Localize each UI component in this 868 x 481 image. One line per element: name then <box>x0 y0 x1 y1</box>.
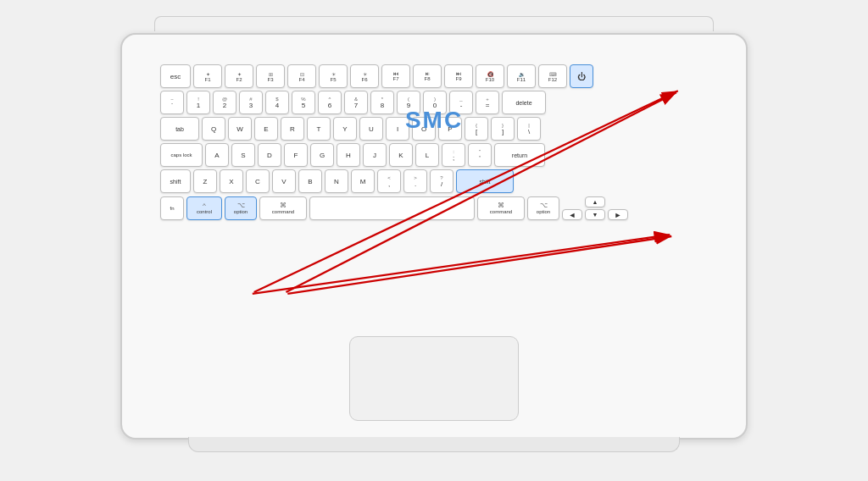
key-f12[interactable]: ⌨F12 <box>538 64 567 88</box>
key-period[interactable]: >. <box>403 169 427 193</box>
key-1[interactable]: !1 <box>186 91 210 114</box>
key-space[interactable] <box>309 196 475 220</box>
key-s[interactable]: S <box>231 143 255 167</box>
key-power[interactable]: ⏻ <box>570 64 593 88</box>
keyboard: esc ✦F1 ✦F2 ⊞F3 ⊟F4 ☀F5 ☀F6 <box>160 64 708 223</box>
key-rbracket[interactable]: }] <box>491 117 515 141</box>
key-4[interactable]: $4 <box>265 91 289 114</box>
key-arrow-left[interactable]: ◄ <box>562 209 582 220</box>
key-fn[interactable]: fn <box>160 196 184 220</box>
key-k[interactable]: K <box>389 143 413 167</box>
key-d[interactable]: D <box>258 143 281 167</box>
smc-label: SMC <box>405 107 463 134</box>
key-x[interactable]: X <box>220 169 243 193</box>
key-a[interactable]: A <box>205 143 229 167</box>
key-f2[interactable]: ✦F2 <box>225 64 253 88</box>
key-option[interactable]: ⌥ option <box>225 196 257 220</box>
key-6[interactable]: ^6 <box>318 91 342 114</box>
key-v[interactable]: V <box>272 169 296 193</box>
key-f7[interactable]: ⏮F7 <box>381 64 410 88</box>
key-shift-right[interactable]: shift <box>456 169 514 193</box>
key-f4[interactable]: ⊟F4 <box>287 64 316 88</box>
key-return[interactable]: return <box>494 143 545 167</box>
key-q[interactable]: Q <box>202 117 225 141</box>
key-f8[interactable]: ⏯F8 <box>413 64 442 88</box>
key-b[interactable]: B <box>298 169 322 193</box>
laptop-base <box>188 437 680 452</box>
key-z[interactable]: Z <box>193 169 217 193</box>
key-g[interactable]: G <box>310 143 334 167</box>
key-2[interactable]: @2 <box>213 91 236 114</box>
key-f6[interactable]: ☀F6 <box>350 64 379 88</box>
key-shift-left[interactable]: shift <box>160 169 191 193</box>
key-l[interactable]: L <box>415 143 439 167</box>
zxcv-row: shift Z X C V B N M <, >. ?/ shi <box>160 169 708 193</box>
laptop-lid <box>154 16 714 31</box>
asdf-row: caps lock A S D F G H J K L :; "' return <box>160 143 708 167</box>
key-backslash[interactable]: |\ <box>517 117 541 141</box>
key-control[interactable]: ^ control <box>186 196 222 220</box>
key-h[interactable]: H <box>337 143 360 167</box>
key-m[interactable]: M <box>351 169 375 193</box>
key-tilde[interactable]: ~` <box>160 91 184 114</box>
trackpad <box>349 336 519 421</box>
key-w[interactable]: W <box>228 117 252 141</box>
fn-row: esc ✦F1 ✦F2 ⊞F3 ⊟F4 ☀F5 ☀F6 <box>160 64 708 88</box>
key-arrow-up[interactable]: ▲ <box>585 196 605 207</box>
key-equals[interactable]: += <box>476 91 499 114</box>
key-lbracket[interactable]: {[ <box>465 117 488 141</box>
key-r[interactable]: R <box>281 117 304 141</box>
key-quote[interactable]: "' <box>468 143 492 167</box>
key-f[interactable]: F <box>284 143 308 167</box>
key-semicolon[interactable]: :; <box>442 143 465 167</box>
laptop: SMC esc ✦F1 ✦F2 ⊞F3 ⊟F4 <box>103 16 765 465</box>
key-c[interactable]: C <box>246 169 270 193</box>
key-5[interactable]: %5 <box>292 91 315 114</box>
key-f10[interactable]: 🔇F10 <box>476 64 504 88</box>
svg-line-3 <box>253 235 670 294</box>
key-comma[interactable]: <, <box>377 169 401 193</box>
key-delete[interactable]: delete <box>502 91 546 114</box>
key-f11[interactable]: 🔉F11 <box>507 64 536 88</box>
key-option-right[interactable]: ⌥ option <box>527 196 559 220</box>
svg-line-4 <box>287 236 671 294</box>
key-arrow-down[interactable]: ▼ <box>585 209 605 220</box>
key-8[interactable]: *8 <box>370 91 394 114</box>
key-command-right[interactable]: ⌘ command <box>477 196 525 220</box>
laptop-body: SMC esc ✦F1 ✦F2 ⊞F3 ⊟F4 <box>120 33 748 440</box>
key-j[interactable]: J <box>363 143 387 167</box>
key-n[interactable]: N <box>325 169 348 193</box>
key-y[interactable]: Y <box>333 117 357 141</box>
key-f5[interactable]: ☀F5 <box>319 64 348 88</box>
key-command-left[interactable]: ⌘ command <box>259 196 307 220</box>
key-f1[interactable]: ✦F1 <box>193 64 222 88</box>
key-t[interactable]: T <box>307 117 331 141</box>
key-f9[interactable]: ⏭F9 <box>444 64 473 88</box>
key-esc[interactable]: esc <box>160 64 191 88</box>
key-capslock[interactable]: caps lock <box>160 143 203 167</box>
key-f3[interactable]: ⊞F3 <box>256 64 285 88</box>
key-u[interactable]: U <box>359 117 383 141</box>
key-3[interactable]: #3 <box>239 91 263 114</box>
key-7[interactable]: &7 <box>344 91 368 114</box>
key-arrow-right[interactable]: ► <box>608 209 628 220</box>
key-slash[interactable]: ?/ <box>430 169 453 193</box>
modifier-row: fn ^ control ⌥ option ⌘ command <box>160 196 708 220</box>
key-e[interactable]: E <box>254 117 278 141</box>
key-tab[interactable]: tab <box>160 117 199 141</box>
